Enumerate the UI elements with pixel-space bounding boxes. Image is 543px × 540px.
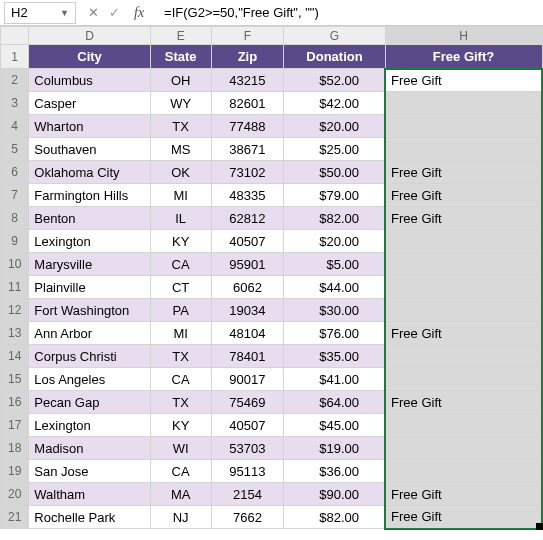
row-header[interactable]: 20 (1, 483, 29, 506)
cell-gift[interactable] (385, 460, 542, 483)
cell-city[interactable]: San Jose (29, 460, 150, 483)
cell-zip[interactable]: 19034 (211, 299, 284, 322)
cell-gift[interactable] (385, 368, 542, 391)
cell-gift[interactable]: Free Gift✚ (385, 506, 542, 529)
formula-input[interactable]: =IF(G2>=50,"Free Gift", "") (158, 3, 543, 22)
cell-state[interactable]: TX (150, 391, 211, 414)
row-header[interactable]: 4 (1, 115, 29, 138)
row-header[interactable]: 8 (1, 207, 29, 230)
cell-city[interactable]: Lexington (29, 414, 150, 437)
cell-city[interactable]: Los Angeles (29, 368, 150, 391)
cell-donation[interactable]: $35.00 (284, 345, 385, 368)
cell-state[interactable]: NJ (150, 506, 211, 529)
cell-state[interactable]: MS (150, 138, 211, 161)
cell-gift[interactable]: Free Gift (385, 483, 542, 506)
spreadsheet-grid[interactable]: D E F G H 1 City State Zip Donation Free… (0, 26, 543, 530)
cell-state[interactable]: MI (150, 322, 211, 345)
chevron-down-icon[interactable]: ▼ (60, 8, 69, 18)
cell-donation[interactable]: $20.00 (284, 230, 385, 253)
row-header[interactable]: 17 (1, 414, 29, 437)
header-zip[interactable]: Zip (211, 45, 284, 69)
cell-zip[interactable]: 48104 (211, 322, 284, 345)
cell-zip[interactable]: 78401 (211, 345, 284, 368)
row-header[interactable]: 3 (1, 92, 29, 115)
fill-handle-icon[interactable]: ✚ (536, 523, 543, 530)
col-header-G[interactable]: G (284, 27, 385, 45)
cell-gift[interactable] (385, 299, 542, 322)
cell-donation[interactable]: $20.00 (284, 115, 385, 138)
cell-gift[interactable]: Free Gift (385, 161, 542, 184)
cell-donation[interactable]: $50.00 (284, 161, 385, 184)
cell-state[interactable]: IL (150, 207, 211, 230)
cell-zip[interactable]: 95901 (211, 253, 284, 276)
cell-gift[interactable]: Free Gift (385, 391, 542, 414)
cell-city[interactable]: Oklahoma City (29, 161, 150, 184)
col-header-E[interactable]: E (150, 27, 211, 45)
cell-city[interactable]: Madison (29, 437, 150, 460)
cell-state[interactable]: MA (150, 483, 211, 506)
cell-city[interactable]: Corpus Christi (29, 345, 150, 368)
cell-zip[interactable]: 6062 (211, 276, 284, 299)
row-header[interactable]: 19 (1, 460, 29, 483)
cell-zip[interactable]: 40507 (211, 230, 284, 253)
cell-state[interactable]: KY (150, 230, 211, 253)
cell-zip[interactable]: 77488 (211, 115, 284, 138)
cell-gift[interactable] (385, 92, 542, 115)
header-state[interactable]: State (150, 45, 211, 69)
cell-gift[interactable] (385, 345, 542, 368)
cell-city[interactable]: Pecan Gap (29, 391, 150, 414)
header-city[interactable]: City (29, 45, 150, 69)
cell-gift[interactable]: Free Gift (385, 69, 542, 92)
cell-zip[interactable]: 75469 (211, 391, 284, 414)
cell-city[interactable]: Benton (29, 207, 150, 230)
cell-state[interactable]: WI (150, 437, 211, 460)
cell-gift[interactable] (385, 138, 542, 161)
row-header[interactable]: 14 (1, 345, 29, 368)
cell-state[interactable]: MI (150, 184, 211, 207)
col-header-H[interactable]: H (385, 27, 542, 45)
cancel-icon[interactable]: ✕ (88, 5, 99, 20)
cell-zip[interactable]: 90017 (211, 368, 284, 391)
col-header-D[interactable]: D (29, 27, 150, 45)
cell-donation[interactable]: $25.00 (284, 138, 385, 161)
row-header[interactable]: 15 (1, 368, 29, 391)
cell-gift[interactable] (385, 115, 542, 138)
cell-state[interactable]: OK (150, 161, 211, 184)
cell-donation[interactable]: $30.00 (284, 299, 385, 322)
cell-gift[interactable] (385, 414, 542, 437)
cell-city[interactable]: Lexington (29, 230, 150, 253)
cell-zip[interactable]: 7662 (211, 506, 284, 529)
row-header[interactable]: 21 (1, 506, 29, 529)
cell-donation[interactable]: $19.00 (284, 437, 385, 460)
cell-gift[interactable]: Free Gift (385, 207, 542, 230)
row-header[interactable]: 10 (1, 253, 29, 276)
cell-city[interactable]: Farmington Hills (29, 184, 150, 207)
fx-icon[interactable]: fx (130, 5, 148, 21)
cell-donation[interactable]: $79.00 (284, 184, 385, 207)
row-header[interactable]: 13 (1, 322, 29, 345)
cell-city[interactable]: Fort Washington (29, 299, 150, 322)
cell-state[interactable]: CA (150, 368, 211, 391)
cell-state[interactable]: WY (150, 92, 211, 115)
cell-donation[interactable]: $36.00 (284, 460, 385, 483)
cell-zip[interactable]: 82601 (211, 92, 284, 115)
cell-gift[interactable] (385, 437, 542, 460)
cell-state[interactable]: TX (150, 115, 211, 138)
enter-icon[interactable]: ✓ (109, 5, 120, 20)
cell-donation[interactable]: $41.00 (284, 368, 385, 391)
row-header[interactable]: 18 (1, 437, 29, 460)
row-header[interactable]: 12 (1, 299, 29, 322)
cell-state[interactable]: OH (150, 69, 211, 92)
row-header[interactable]: 5 (1, 138, 29, 161)
cell-state[interactable]: PA (150, 299, 211, 322)
cell-state[interactable]: TX (150, 345, 211, 368)
row-header-1[interactable]: 1 (1, 45, 29, 69)
cell-gift[interactable]: Free Gift (385, 184, 542, 207)
cell-state[interactable]: CT (150, 276, 211, 299)
row-header[interactable]: 9 (1, 230, 29, 253)
cell-zip[interactable]: 2154 (211, 483, 284, 506)
cell-donation[interactable]: $82.00 (284, 207, 385, 230)
cell-city[interactable]: Plainville (29, 276, 150, 299)
cell-city[interactable]: Wharton (29, 115, 150, 138)
cell-zip[interactable]: 43215 (211, 69, 284, 92)
